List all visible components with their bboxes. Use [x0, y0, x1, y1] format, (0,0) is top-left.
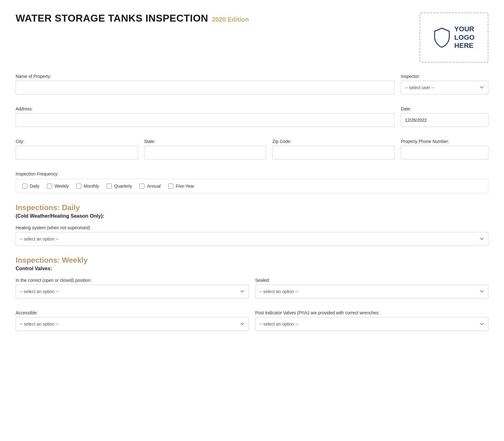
freq-fiveyear[interactable]: Five-Year — [168, 184, 194, 189]
position-select[interactable]: -- select an option -- Yes No N/A — [16, 285, 249, 298]
property-inspector-row: Name of Property: Inspector: -- select u… — [16, 74, 488, 101]
freq-quarterly[interactable]: Quarterly — [107, 184, 132, 189]
property-name-section: Name of Property: — [16, 74, 395, 94]
logo-text: YOURLOGOHERE — [454, 25, 475, 50]
city-state-zip-phone-row: City: State: Zip Code: Property Phone Nu… — [16, 139, 488, 166]
sealed-field: Sealed: -- select an option -- Yes No N/… — [255, 278, 488, 298]
freq-weekly-checkbox[interactable] — [47, 184, 52, 189]
frequency-label: Inspection Frequency: — [16, 171, 488, 176]
position-field: In the correct (open or closed) position… — [16, 278, 249, 298]
zip-input[interactable] — [272, 146, 395, 160]
position-label: In the correct (open or closed) position… — [16, 278, 249, 283]
state-section: State: — [144, 139, 266, 160]
address-section: Address: — [16, 106, 395, 127]
freq-monthly[interactable]: Monthly — [76, 184, 99, 189]
inspector-section: Inspector: -- select user -- — [401, 74, 488, 94]
freq-annual-label: Annual — [147, 184, 161, 189]
weekly-subheading: Control Valves: — [16, 266, 488, 271]
accessible-piv-row: Accessible: -- select an option -- Yes N… — [16, 310, 488, 337]
city-input[interactable] — [16, 146, 138, 160]
state-input[interactable] — [144, 146, 266, 160]
heating-field: Heating system (when not supervised) -- … — [16, 225, 488, 246]
weekly-section: Inspections: Weekly Control Valves: In t… — [16, 256, 488, 337]
freq-fiveyear-label: Five-Year — [176, 184, 194, 189]
date-input[interactable] — [401, 113, 488, 127]
freq-quarterly-label: Quarterly — [114, 184, 132, 189]
freq-annual[interactable]: Annual — [139, 184, 161, 189]
address-label: Address: — [16, 106, 395, 111]
title-block: WATER STORAGE TANKS INSPECTION 2020 Edit… — [16, 13, 249, 24]
accessible-field: Accessible: -- select an option -- Yes N… — [16, 310, 249, 331]
state-label: State: — [144, 139, 266, 144]
frequency-box: Daily Weekly Monthly Quarterly Annual Fi… — [16, 179, 488, 193]
heating-select[interactable]: -- select an option -- Yes No N/A — [16, 232, 488, 246]
inspector-select[interactable]: -- select user -- — [401, 81, 488, 94]
freq-daily-label: Daily — [30, 184, 39, 189]
main-title: WATER STORAGE TANKS INSPECTION — [16, 13, 208, 24]
freq-annual-checkbox[interactable] — [139, 184, 144, 189]
page-header: WATER STORAGE TANKS INSPECTION 2020 Edit… — [16, 13, 488, 63]
freq-weekly[interactable]: Weekly — [47, 184, 69, 189]
logo-placeholder: YOURLOGOHERE — [420, 13, 488, 63]
zip-section: Zip Code: — [272, 139, 395, 160]
property-name-input[interactable] — [16, 81, 395, 94]
inspector-label: Inspector: — [401, 74, 488, 79]
freq-weekly-label: Weekly — [54, 184, 69, 189]
zip-label: Zip Code: — [272, 139, 395, 144]
freq-daily[interactable]: Daily — [22, 184, 39, 189]
daily-subheading: (Cold Weather/Heating Season Only): — [16, 213, 488, 219]
frequency-section: Inspection Frequency: Daily Weekly Month… — [16, 171, 488, 193]
date-label: Date: — [401, 106, 488, 111]
accessible-select[interactable]: -- select an option -- Yes No N/A — [16, 317, 249, 331]
freq-monthly-checkbox[interactable] — [76, 184, 81, 189]
city-section: City: — [16, 139, 138, 160]
sealed-select[interactable]: -- select an option -- Yes No N/A — [255, 285, 488, 298]
phone-input[interactable] — [401, 146, 488, 160]
daily-section: Inspections: Daily (Cold Weather/Heating… — [16, 203, 488, 246]
date-section: Date: — [401, 106, 488, 127]
freq-quarterly-checkbox[interactable] — [107, 184, 112, 189]
title-row: WATER STORAGE TANKS INSPECTION 2020 Edit… — [16, 13, 249, 24]
piv-field: Post Indicator Valves (PIVs) are provide… — [255, 310, 488, 331]
heating-label: Heating system (when not supervised) — [16, 225, 488, 230]
freq-fiveyear-checkbox[interactable] — [168, 184, 173, 189]
address-input[interactable] — [16, 113, 395, 127]
sealed-label: Sealed: — [255, 278, 488, 283]
phone-label: Property Phone Number: — [401, 139, 488, 144]
accessible-label: Accessible: — [16, 310, 249, 315]
freq-daily-checkbox[interactable] — [22, 184, 27, 189]
edition-text: 2020 Edition — [212, 16, 249, 23]
shield-icon — [433, 28, 451, 48]
daily-heading: Inspections: Daily — [16, 203, 488, 212]
piv-label: Post Indicator Valves (PIVs) are provide… — [255, 310, 488, 315]
phone-section: Property Phone Number: — [401, 139, 488, 160]
piv-select[interactable]: -- select an option -- Yes No N/A — [255, 317, 488, 331]
weekly-heading: Inspections: Weekly — [16, 256, 488, 265]
property-name-label: Name of Property: — [16, 74, 395, 79]
city-label: City: — [16, 139, 138, 144]
position-sealed-row: In the correct (open or closed) position… — [16, 278, 488, 305]
freq-monthly-label: Monthly — [84, 184, 99, 189]
address-date-row: Address: Date: — [16, 106, 488, 133]
